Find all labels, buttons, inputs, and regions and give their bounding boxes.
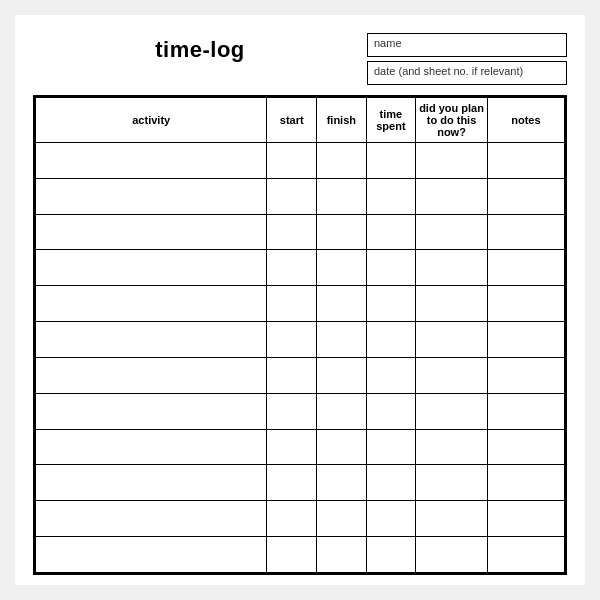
table-row bbox=[36, 143, 565, 179]
cell-plan[interactable] bbox=[416, 178, 488, 214]
header-plan-to-do: did you plan to do this now? bbox=[416, 98, 488, 143]
cell-notes[interactable] bbox=[487, 429, 564, 465]
cell-finish[interactable] bbox=[317, 250, 367, 286]
cell-notes[interactable] bbox=[487, 393, 564, 429]
cell-time-spent[interactable] bbox=[366, 286, 416, 322]
cell-finish[interactable] bbox=[317, 393, 367, 429]
header-notes: notes bbox=[487, 98, 564, 143]
table-row bbox=[36, 322, 565, 358]
cell-time-spent[interactable] bbox=[366, 250, 416, 286]
table-row bbox=[36, 429, 565, 465]
page: time-log name date (and sheet no. if rel… bbox=[15, 15, 585, 585]
fields-area: name date (and sheet no. if relevant) bbox=[367, 33, 567, 85]
table-row bbox=[36, 357, 565, 393]
cell-activity[interactable] bbox=[36, 214, 267, 250]
cell-activity[interactable] bbox=[36, 537, 267, 573]
header-activity: activity bbox=[36, 98, 267, 143]
cell-activity[interactable] bbox=[36, 429, 267, 465]
cell-start[interactable] bbox=[267, 214, 317, 250]
cell-start[interactable] bbox=[267, 501, 317, 537]
name-field[interactable]: name bbox=[367, 33, 567, 57]
cell-activity[interactable] bbox=[36, 393, 267, 429]
cell-finish[interactable] bbox=[317, 357, 367, 393]
cell-time-spent[interactable] bbox=[366, 537, 416, 573]
cell-plan[interactable] bbox=[416, 286, 488, 322]
cell-notes[interactable] bbox=[487, 214, 564, 250]
table-row bbox=[36, 465, 565, 501]
cell-plan[interactable] bbox=[416, 537, 488, 573]
cell-start[interactable] bbox=[267, 143, 317, 179]
cell-start[interactable] bbox=[267, 322, 317, 358]
cell-start[interactable] bbox=[267, 286, 317, 322]
cell-plan[interactable] bbox=[416, 393, 488, 429]
cell-finish[interactable] bbox=[317, 214, 367, 250]
cell-notes[interactable] bbox=[487, 465, 564, 501]
cell-activity[interactable] bbox=[36, 322, 267, 358]
cell-notes[interactable] bbox=[487, 143, 564, 179]
date-field[interactable]: date (and sheet no. if relevant) bbox=[367, 61, 567, 85]
cell-notes[interactable] bbox=[487, 357, 564, 393]
cell-plan[interactable] bbox=[416, 465, 488, 501]
cell-time-spent[interactable] bbox=[366, 429, 416, 465]
cell-notes[interactable] bbox=[487, 322, 564, 358]
table-row bbox=[36, 178, 565, 214]
cell-start[interactable] bbox=[267, 250, 317, 286]
cell-start[interactable] bbox=[267, 465, 317, 501]
page-title: time-log bbox=[155, 37, 245, 63]
table-row bbox=[36, 393, 565, 429]
title-area: time-log bbox=[33, 33, 367, 63]
cell-activity[interactable] bbox=[36, 143, 267, 179]
cell-time-spent[interactable] bbox=[366, 357, 416, 393]
cell-notes[interactable] bbox=[487, 537, 564, 573]
table-row bbox=[36, 250, 565, 286]
header-finish: finish bbox=[317, 98, 367, 143]
cell-finish[interactable] bbox=[317, 322, 367, 358]
cell-finish[interactable] bbox=[317, 501, 367, 537]
cell-start[interactable] bbox=[267, 537, 317, 573]
cell-activity[interactable] bbox=[36, 465, 267, 501]
cell-start[interactable] bbox=[267, 178, 317, 214]
cell-notes[interactable] bbox=[487, 286, 564, 322]
cell-time-spent[interactable] bbox=[366, 143, 416, 179]
cell-notes[interactable] bbox=[487, 250, 564, 286]
table-row bbox=[36, 214, 565, 250]
cell-time-spent[interactable] bbox=[366, 393, 416, 429]
cell-time-spent[interactable] bbox=[366, 178, 416, 214]
cell-finish[interactable] bbox=[317, 465, 367, 501]
cell-activity[interactable] bbox=[36, 178, 267, 214]
table-container: activity start finish time spent did you… bbox=[33, 95, 567, 575]
cell-time-spent[interactable] bbox=[366, 465, 416, 501]
cell-plan[interactable] bbox=[416, 322, 488, 358]
table-header-row: activity start finish time spent did you… bbox=[36, 98, 565, 143]
cell-finish[interactable] bbox=[317, 178, 367, 214]
cell-finish[interactable] bbox=[317, 429, 367, 465]
cell-time-spent[interactable] bbox=[366, 214, 416, 250]
header: time-log name date (and sheet no. if rel… bbox=[33, 33, 567, 85]
cell-plan[interactable] bbox=[416, 357, 488, 393]
cell-start[interactable] bbox=[267, 429, 317, 465]
cell-notes[interactable] bbox=[487, 501, 564, 537]
table-row bbox=[36, 286, 565, 322]
table-row bbox=[36, 501, 565, 537]
cell-finish[interactable] bbox=[317, 143, 367, 179]
cell-finish[interactable] bbox=[317, 286, 367, 322]
table-row bbox=[36, 537, 565, 573]
cell-time-spent[interactable] bbox=[366, 501, 416, 537]
header-start: start bbox=[267, 98, 317, 143]
cell-notes[interactable] bbox=[487, 178, 564, 214]
header-time-spent: time spent bbox=[366, 98, 416, 143]
cell-start[interactable] bbox=[267, 357, 317, 393]
cell-activity[interactable] bbox=[36, 501, 267, 537]
cell-plan[interactable] bbox=[416, 429, 488, 465]
cell-activity[interactable] bbox=[36, 250, 267, 286]
cell-activity[interactable] bbox=[36, 357, 267, 393]
time-log-table: activity start finish time spent did you… bbox=[35, 97, 565, 573]
cell-time-spent[interactable] bbox=[366, 322, 416, 358]
cell-finish[interactable] bbox=[317, 537, 367, 573]
cell-start[interactable] bbox=[267, 393, 317, 429]
cell-activity[interactable] bbox=[36, 286, 267, 322]
cell-plan[interactable] bbox=[416, 143, 488, 179]
cell-plan[interactable] bbox=[416, 501, 488, 537]
cell-plan[interactable] bbox=[416, 250, 488, 286]
cell-plan[interactable] bbox=[416, 214, 488, 250]
